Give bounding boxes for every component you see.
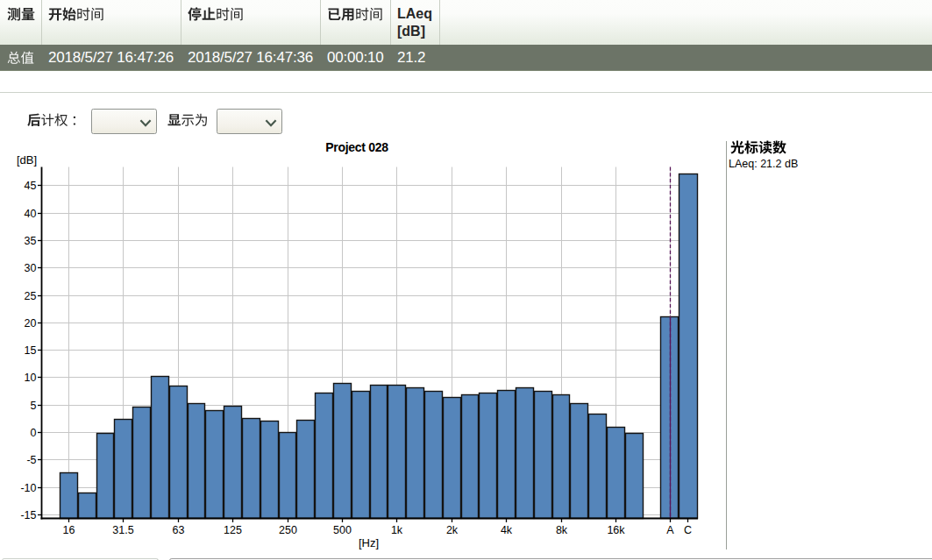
- spectrum-bar-400[interactable]: [316, 393, 333, 519]
- column-header-stop-time: [181, 0, 321, 45]
- cursor-readout-value: LAeq: 21.2 dB: [730, 158, 799, 170]
- cursor-readout-panel: LAeq: 21.2 dB: [730, 140, 799, 170]
- spectrum-bar-1.6k[interactable]: [425, 392, 443, 519]
- x-tick-label: 8k: [556, 524, 568, 536]
- spectrum-bar-25[interactable]: [97, 434, 114, 519]
- chart-title: Project 028: [325, 140, 388, 154]
- cell-start-time: 2018/5/27 16:47:26: [42, 49, 181, 67]
- spectrum-bar-800[interactable]: [371, 386, 388, 519]
- spectrum-bar-2k[interactable]: [444, 398, 461, 519]
- spectrum-bar-630[interactable]: [352, 392, 370, 519]
- x-tick-label: 63: [173, 524, 185, 536]
- spectrum-bar-A[interactable]: [661, 317, 679, 519]
- table-row-total[interactable]: 2018/5/27 16:47:26 2018/5/27 16:47:36 00…: [0, 45, 932, 71]
- spectrum-bar-20[interactable]: [79, 493, 96, 519]
- spectrum-bar-6.3k[interactable]: [535, 392, 552, 519]
- y-tick-label: 30: [25, 262, 37, 274]
- spectrum-bar-250[interactable]: [280, 433, 296, 519]
- cell-stop-time: 2018/5/27 16:47:36: [181, 49, 321, 67]
- post-weighting-select[interactable]: [91, 109, 157, 134]
- panel-top-border: [0, 92, 932, 93]
- spectrum-bar-100[interactable]: [206, 411, 224, 519]
- spectrum-bar-20k[interactable]: [626, 434, 644, 519]
- panel-divider: [726, 141, 727, 549]
- spectrum-bar-4k[interactable]: [498, 391, 516, 519]
- display-as-select[interactable]: [217, 109, 282, 134]
- x-tick-label: C: [684, 524, 692, 536]
- post-weighting-label-text: [27, 113, 82, 128]
- column-header-laeq: LAeq [dB]: [391, 0, 440, 45]
- column-header-start-time-label: [48, 7, 104, 22]
- spectrum-bar-50[interactable]: [152, 377, 169, 519]
- spectrum-bar-40[interactable]: [133, 408, 151, 519]
- column-header-start-time: [42, 0, 181, 45]
- x-tick-label: 16: [63, 524, 75, 536]
- spectrum-chart: -15-10-50510152025303540451631.563125250…: [0, 136, 728, 558]
- x-tick-label: 500: [333, 524, 352, 536]
- spectrum-bar-63[interactable]: [170, 386, 188, 519]
- spectrum-bar-160[interactable]: [243, 419, 260, 519]
- y-tick-label: 25: [25, 290, 37, 302]
- x-tick-label: 2k: [446, 524, 459, 536]
- spectrum-bar-16[interactable]: [60, 473, 78, 519]
- chevron-down-icon: [139, 119, 152, 127]
- x-tick-label: 4k: [501, 524, 513, 536]
- spectrum-bar-500[interactable]: [334, 384, 352, 519]
- y-tick-label: 5: [31, 400, 37, 412]
- chart-y-unit: [dB]: [17, 153, 37, 167]
- cursor-readout-title-text: [730, 140, 786, 155]
- cell-measurement-label: [7, 49, 34, 66]
- y-tick-label: 15: [25, 344, 37, 357]
- spectrum-bar-5k[interactable]: [516, 388, 534, 519]
- cell-measurement: [0, 49, 42, 67]
- x-tick-label: 16k: [607, 524, 625, 536]
- y-tick-label: -5: [26, 454, 36, 466]
- y-tick-label: -10: [20, 482, 36, 494]
- spectrum-bar-16k[interactable]: [608, 428, 625, 519]
- column-header-stop-time-label: [188, 7, 244, 22]
- y-tick-label: 40: [25, 208, 37, 220]
- column-header-spacer: [440, 0, 932, 45]
- spectrum-bar-31.5[interactable]: [115, 420, 132, 519]
- spectrum-bar-1k[interactable]: [388, 386, 406, 519]
- spectrum-bar-1.25k[interactable]: [407, 388, 424, 519]
- spectrum-bar-315[interactable]: [297, 421, 315, 519]
- cursor-readout-title: [730, 140, 799, 156]
- spectrum-bar-125[interactable]: [224, 407, 242, 519]
- cell-elapsed-time: 00:00:10: [321, 49, 391, 67]
- y-tick-label: 35: [25, 235, 37, 247]
- column-header-measurement-label: [7, 7, 35, 22]
- y-tick-label: 45: [25, 180, 37, 192]
- spectrum-bar-12.5k[interactable]: [589, 415, 607, 519]
- post-weighting-label: [27, 113, 82, 129]
- spectrum-bar-3.15k[interactable]: [480, 393, 497, 519]
- display-as-label-text: [167, 113, 209, 128]
- x-tick-label: 1k: [391, 524, 403, 536]
- chart-x-unit: [Hz]: [359, 536, 379, 549]
- spectrum-bar-200[interactable]: [261, 422, 279, 519]
- spectrum-bar-80[interactable]: [189, 404, 205, 519]
- spectrum-bar-C[interactable]: [679, 174, 698, 519]
- x-tick-label: 125: [224, 524, 242, 536]
- y-tick-label: -15: [20, 509, 36, 521]
- chevron-down-icon: [265, 119, 277, 127]
- column-header-measurement: [0, 0, 42, 45]
- cell-laeq: 21.2: [391, 49, 440, 67]
- x-tick-label: A: [666, 524, 674, 536]
- column-header-elapsed-time-label: [327, 7, 383, 22]
- spectrum-bar-8k[interactable]: [553, 395, 570, 519]
- column-header-elapsed-time: [321, 0, 391, 45]
- y-tick-label: 10: [25, 372, 37, 384]
- display-as-label: [167, 113, 209, 129]
- y-tick-label: 0: [31, 427, 37, 439]
- spectrum-bar-10k[interactable]: [571, 404, 588, 519]
- x-tick-label: 250: [279, 524, 297, 536]
- x-tick-label: 31.5: [112, 524, 133, 536]
- y-tick-label: 20: [25, 317, 37, 330]
- spectrum-bar-2.5k[interactable]: [462, 395, 479, 519]
- table-header-row: LAeq [dB]: [0, 0, 932, 45]
- results-table: LAeq [dB] 2018/5/27 16:47:26 2018/5/27 1…: [0, 0, 932, 71]
